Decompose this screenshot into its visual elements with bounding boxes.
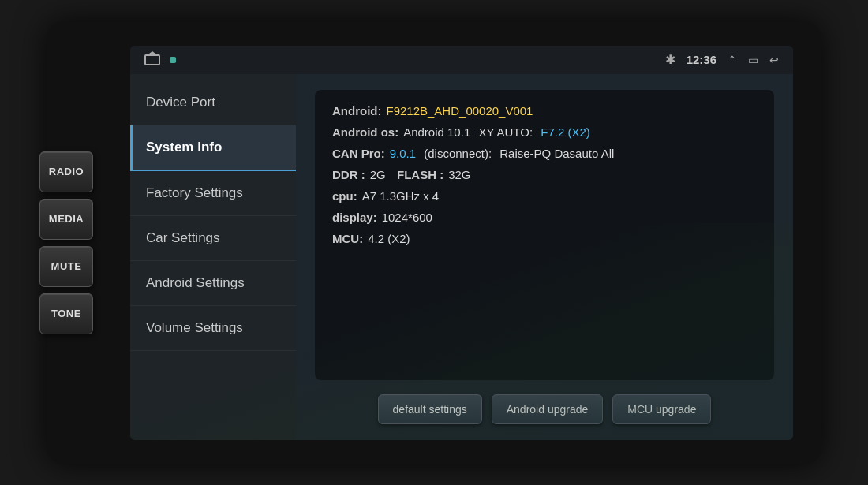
sidebar-item-car-settings[interactable]: Car Settings <box>130 216 296 261</box>
mute-button[interactable]: MUTE <box>39 246 93 287</box>
status-time: 12:36 <box>687 53 716 66</box>
flash-value: 32G <box>448 168 470 181</box>
bluetooth-icon: ✱ <box>665 52 675 67</box>
content-panel: Android: F9212B_AHD_00020_V001 Android o… <box>296 74 793 440</box>
status-bar-left <box>144 54 176 65</box>
can-pro-row: CAN Pro: 9.0.1 (disconnect): Raise-PQ Da… <box>332 147 757 160</box>
home-icon[interactable] <box>144 54 160 65</box>
can-pro-status: (disconnect): <box>421 147 492 160</box>
signal-up-icon: ⌃ <box>728 54 737 66</box>
cpu-row: cpu: A7 1.3GHz x 4 <box>332 189 757 203</box>
display-label: display: <box>332 211 377 224</box>
sidebar-item-system-info[interactable]: System Info <box>130 125 296 171</box>
can-pro-version: 9.0.1 <box>390 147 416 160</box>
window-icon: ▭ <box>748 54 758 66</box>
car-unit: RADIO MEDIA MUTE TONE ✱ 12:36 ⌃ ▭ ↩ Devi… <box>47 22 821 464</box>
android-os-extra: F7.2 (X2) <box>537 125 590 139</box>
dot-indicator <box>170 57 176 63</box>
android-os-version: Android 10.1 <box>403 125 470 139</box>
android-label: Android: <box>332 104 381 118</box>
display-value: 1024*600 <box>382 211 432 224</box>
status-bar: ✱ 12:36 ⌃ ▭ ↩ <box>130 46 793 74</box>
media-button[interactable]: MEDIA <box>39 199 93 240</box>
mcu-value: 4.2 (X2) <box>368 232 410 245</box>
android-upgrade-button[interactable]: Android upgrade <box>492 394 604 424</box>
flash-label: FLASH : <box>391 168 444 181</box>
sidebar-item-android-settings[interactable]: Android Settings <box>130 261 296 306</box>
ddr-flash-row: DDR : 2G FLASH : 32G <box>332 168 757 181</box>
radio-button[interactable]: RADIO <box>39 151 93 192</box>
mcu-label: MCU: <box>332 232 363 245</box>
cpu-value: A7 1.3GHz x 4 <box>362 189 440 203</box>
tone-button[interactable]: TONE <box>39 293 93 334</box>
back-icon[interactable]: ↩ <box>769 54 779 66</box>
sidebar-item-device-port[interactable]: Device Port <box>130 80 296 125</box>
screen: ✱ 12:36 ⌃ ▭ ↩ Device Port System Info Fa… <box>130 46 793 440</box>
physical-buttons: RADIO MEDIA MUTE TONE <box>39 151 93 334</box>
status-bar-right: ✱ 12:36 ⌃ ▭ ↩ <box>665 52 779 67</box>
mcu-row: MCU: 4.2 (X2) <box>332 232 757 245</box>
ddr-label: DDR : <box>332 168 365 181</box>
display-row: display: 1024*600 <box>332 211 757 224</box>
android-value: F9212B_AHD_00020_V001 <box>386 104 533 118</box>
android-os-label: Android os: <box>332 125 398 139</box>
main-content: Device Port System Info Factory Settings… <box>130 74 793 440</box>
sidebar: Device Port System Info Factory Settings… <box>130 74 296 440</box>
can-pro-label: CAN Pro: <box>332 147 385 160</box>
android-os-row: Android os: Android 10.1 XY AUTO: F7.2 (… <box>332 125 757 139</box>
can-pro-name: Raise-PQ Dasauto All <box>496 147 614 160</box>
android-os-brand: XY AUTO: <box>475 125 533 139</box>
ddr-value: 2G <box>370 168 386 181</box>
sidebar-item-volume-settings[interactable]: Volume Settings <box>130 306 296 351</box>
mcu-upgrade-button[interactable]: MCU upgrade <box>612 394 711 424</box>
cpu-label: cpu: <box>332 189 357 203</box>
action-buttons: default settings Android upgrade MCU upg… <box>315 391 774 424</box>
default-settings-button[interactable]: default settings <box>378 394 482 424</box>
sidebar-item-factory-settings[interactable]: Factory Settings <box>130 171 296 216</box>
system-info-box: Android: F9212B_AHD_00020_V001 Android o… <box>315 90 774 380</box>
android-row: Android: F9212B_AHD_00020_V001 <box>332 104 757 118</box>
